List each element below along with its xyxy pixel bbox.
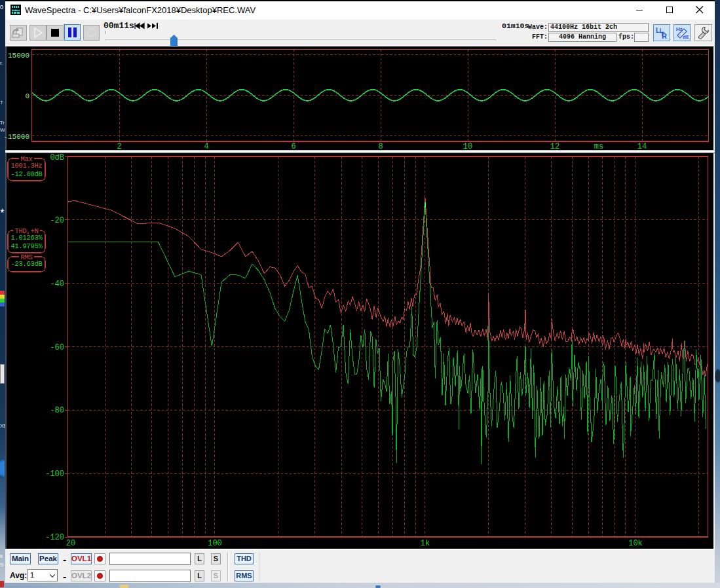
svg-text:-20: -20: [50, 216, 64, 225]
svg-text:2: 2: [117, 142, 121, 151]
svg-text:8: 8: [378, 142, 383, 151]
svg-text:-15000: -15000: [3, 133, 29, 141]
svg-text:-60: -60: [50, 343, 64, 352]
svg-text:6: 6: [291, 142, 295, 151]
svg-text:100: 100: [208, 539, 222, 548]
svg-text:15000: 15000: [8, 52, 29, 60]
svg-text:12: 12: [550, 142, 559, 151]
svg-text:10k: 10k: [628, 539, 643, 548]
svg-text:-40: -40: [50, 280, 64, 289]
svg-text:4: 4: [204, 142, 208, 151]
svg-text:20: 20: [66, 539, 75, 548]
svg-text:-12.00dB: -12.00dB: [10, 170, 42, 178]
svg-text:ms: ms: [594, 142, 603, 151]
svg-text:-120: -120: [45, 533, 64, 542]
svg-text:-80: -80: [50, 406, 64, 415]
svg-text:-23.63dB: -23.63dB: [10, 260, 42, 268]
svg-text:0dB: 0dB: [50, 153, 64, 162]
svg-text:1k: 1k: [421, 539, 430, 548]
svg-text:-100: -100: [45, 469, 64, 479]
svg-text:41.9795%: 41.9795%: [10, 242, 43, 250]
svg-text:1.01263%: 1.01263%: [10, 234, 43, 242]
svg-text:10: 10: [463, 142, 472, 151]
svg-text:0: 0: [25, 92, 29, 100]
svg-text:14: 14: [637, 142, 647, 151]
svg-text:1001.3Hz: 1001.3Hz: [10, 162, 42, 170]
